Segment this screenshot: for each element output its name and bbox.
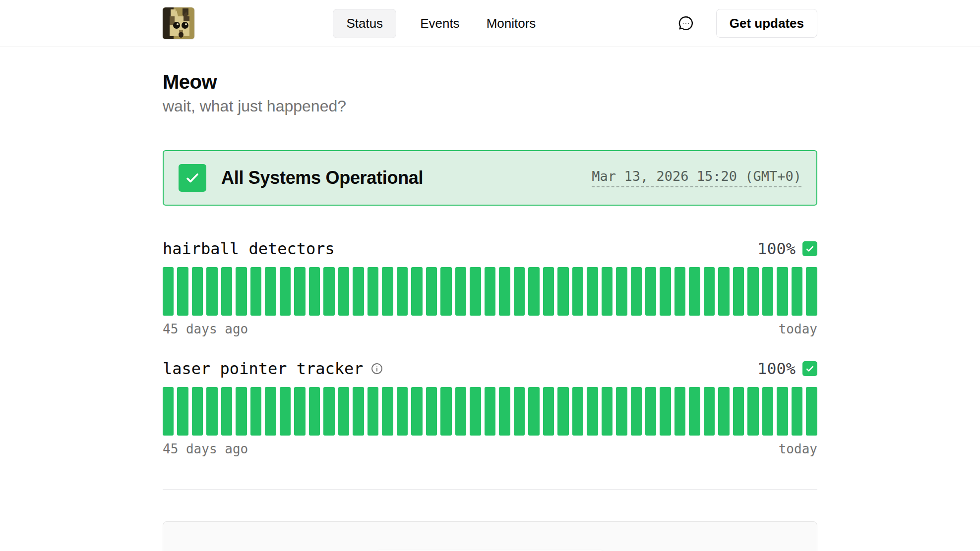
uptime-day-bar[interactable] <box>382 267 393 316</box>
banner-timestamp[interactable]: Mar 13, 2026 15:20 (GMT+0) <box>592 168 801 187</box>
uptime-day-bar[interactable] <box>762 387 773 436</box>
uptime-day-bar[interactable] <box>485 387 495 436</box>
uptime-day-bar[interactable] <box>733 387 744 436</box>
uptime-day-bar[interactable] <box>177 387 188 436</box>
uptime-day-bar[interactable] <box>221 267 232 316</box>
uptime-day-bar[interactable] <box>602 267 612 316</box>
uptime-day-bar[interactable] <box>323 387 334 436</box>
uptime-day-bar[interactable] <box>514 387 525 436</box>
uptime-day-bar[interactable] <box>206 387 217 436</box>
uptime-day-bar[interactable] <box>309 267 320 316</box>
get-updates-button[interactable]: Get updates <box>716 9 817 38</box>
uptime-day-bar[interactable] <box>528 387 539 436</box>
uptime-day-bar[interactable] <box>792 387 802 436</box>
uptime-day-bar[interactable] <box>689 267 700 316</box>
uptime-day-bar[interactable] <box>163 387 174 436</box>
uptime-day-bar[interactable] <box>221 387 232 436</box>
uptime-day-bar[interactable] <box>353 387 364 436</box>
uptime-day-bar[interactable] <box>192 387 203 436</box>
uptime-day-bar[interactable] <box>397 267 408 316</box>
uptime-day-bar[interactable] <box>397 387 408 436</box>
uptime-day-bar[interactable] <box>499 387 510 436</box>
uptime-day-bar[interactable] <box>660 267 671 316</box>
uptime-day-bar[interactable] <box>485 267 495 316</box>
uptime-day-bar[interactable] <box>514 267 525 316</box>
uptime-day-bar[interactable] <box>426 267 437 316</box>
uptime-day-bar[interactable] <box>236 267 246 316</box>
site-logo-cat[interactable] <box>163 7 194 39</box>
uptime-day-bar[interactable] <box>543 267 554 316</box>
uptime-day-bar[interactable] <box>572 267 583 316</box>
uptime-day-bar[interactable] <box>368 267 378 316</box>
uptime-day-bar[interactable] <box>777 387 788 436</box>
uptime-day-bar[interactable] <box>777 267 788 316</box>
uptime-day-bar[interactable] <box>163 267 174 316</box>
uptime-day-bar[interactable] <box>192 267 203 316</box>
uptime-day-bar[interactable] <box>645 267 656 316</box>
uptime-day-bar[interactable] <box>440 387 451 436</box>
uptime-day-bar[interactable] <box>294 387 305 436</box>
uptime-day-bar[interactable] <box>572 387 583 436</box>
uptime-day-bar[interactable] <box>689 387 700 436</box>
uptime-day-bar[interactable] <box>280 387 291 436</box>
uptime-day-bar[interactable] <box>806 387 817 436</box>
uptime-day-bar[interactable] <box>645 387 656 436</box>
uptime-day-bar[interactable] <box>704 387 715 436</box>
uptime-day-bar[interactable] <box>557 267 568 316</box>
uptime-day-bar[interactable] <box>470 267 481 316</box>
uptime-day-bar[interactable] <box>587 387 598 436</box>
uptime-day-bar[interactable] <box>411 267 422 316</box>
uptime-day-bar[interactable] <box>602 387 612 436</box>
uptime-day-bar[interactable] <box>177 267 188 316</box>
uptime-day-bar[interactable] <box>674 267 685 316</box>
uptime-day-bar[interactable] <box>528 267 539 316</box>
uptime-day-bar[interactable] <box>206 267 217 316</box>
uptime-day-bar[interactable] <box>543 387 554 436</box>
uptime-day-bar[interactable] <box>631 387 642 436</box>
operational-check-icon <box>802 241 817 256</box>
uptime-day-bar[interactable] <box>338 387 349 436</box>
uptime-day-bar[interactable] <box>411 387 422 436</box>
uptime-day-bar[interactable] <box>382 387 393 436</box>
uptime-day-bar[interactable] <box>718 267 729 316</box>
uptime-day-bar[interactable] <box>747 267 758 316</box>
uptime-day-bar[interactable] <box>718 387 729 436</box>
uptime-day-bar[interactable] <box>368 387 378 436</box>
uptime-day-bar[interactable] <box>294 267 305 316</box>
uptime-day-bar[interactable] <box>455 267 466 316</box>
uptime-day-bar[interactable] <box>265 267 276 316</box>
uptime-day-bar[interactable] <box>704 267 715 316</box>
uptime-day-bar[interactable] <box>499 267 510 316</box>
uptime-day-bar[interactable] <box>557 387 568 436</box>
uptime-day-bar[interactable] <box>440 267 451 316</box>
uptime-day-bar[interactable] <box>616 267 627 316</box>
uptime-day-bar[interactable] <box>792 267 802 316</box>
uptime-day-bar[interactable] <box>806 267 817 316</box>
uptime-day-bar[interactable] <box>353 267 364 316</box>
uptime-day-bar[interactable] <box>455 387 466 436</box>
uptime-day-bar[interactable] <box>426 387 437 436</box>
feedback-speech-bubble-icon[interactable] <box>677 15 694 32</box>
uptime-day-bar[interactable] <box>250 267 261 316</box>
uptime-day-bar[interactable] <box>250 387 261 436</box>
uptime-day-bar[interactable] <box>733 267 744 316</box>
range-end-label: today <box>779 322 817 336</box>
uptime-day-bar[interactable] <box>323 267 334 316</box>
uptime-day-bar[interactable] <box>674 387 685 436</box>
uptime-day-bar[interactable] <box>587 267 598 316</box>
uptime-day-bar[interactable] <box>762 267 773 316</box>
uptime-day-bar[interactable] <box>280 267 291 316</box>
nav-tab-events[interactable]: Events <box>417 9 463 38</box>
nav-tab-status[interactable]: Status <box>333 9 396 38</box>
uptime-day-bar[interactable] <box>338 267 349 316</box>
info-icon[interactable] <box>370 362 383 375</box>
uptime-day-bar[interactable] <box>265 387 276 436</box>
uptime-day-bar[interactable] <box>470 387 481 436</box>
uptime-day-bar[interactable] <box>747 387 758 436</box>
uptime-day-bar[interactable] <box>309 387 320 436</box>
uptime-day-bar[interactable] <box>660 387 671 436</box>
uptime-day-bar[interactable] <box>236 387 246 436</box>
uptime-day-bar[interactable] <box>616 387 627 436</box>
uptime-day-bar[interactable] <box>631 267 642 316</box>
nav-tab-monitors[interactable]: Monitors <box>484 9 539 38</box>
